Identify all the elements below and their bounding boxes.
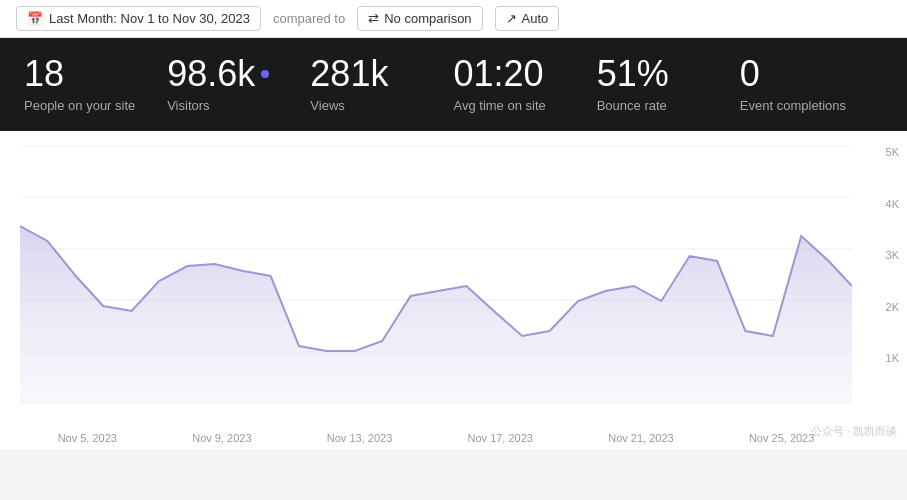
x-label-nov25: Nov 25, 2023 [749,432,814,444]
chart-svg [20,146,852,404]
comparison-icon: ⇄ [368,11,379,26]
y-axis: 5K 4K 3K 2K 1K [886,146,899,404]
stat-dot [261,70,269,78]
calendar-icon: 📅 [27,11,43,26]
stat-item-2: 281kViews [310,56,453,113]
chart-area: 5K 4K 3K 2K 1K Nov 5, 2023 Nov 9, 2023 N… [0,131,907,449]
x-label-nov5: Nov 5, 2023 [58,432,117,444]
y-label-3k: 3K [886,249,899,261]
x-axis: Nov 5, 2023 Nov 9, 2023 Nov 13, 2023 Nov… [20,432,852,444]
stat-item-0: 18People on your site [24,56,167,113]
stat-label-1: Visitors [167,98,310,113]
x-label-nov21: Nov 21, 2023 [608,432,673,444]
stat-label-0: People on your site [24,98,167,113]
stat-item-5: 0Event completions [740,56,883,113]
no-comparison-label: No comparison [384,11,471,26]
stat-value-1: 98.6k [167,56,310,92]
stat-value-3: 01:20 [454,56,597,92]
auto-chart-icon: ↗ [506,11,517,26]
stat-value-5: 0 [740,56,883,92]
top-bar: 📅 Last Month: Nov 1 to Nov 30, 2023 comp… [0,0,907,38]
stat-value-4: 51% [597,56,740,92]
auto-button[interactable]: ↗ Auto [495,6,560,31]
y-label-2k: 2K [886,301,899,313]
stat-item-3: 01:20Avg time on site [454,56,597,113]
stat-label-2: Views [310,98,453,113]
y-label-1k: 1K [886,352,899,364]
x-label-nov13: Nov 13, 2023 [327,432,392,444]
y-label-5k: 5K [886,146,899,158]
date-range-label: Last Month: Nov 1 to Nov 30, 2023 [49,11,250,26]
stats-bar: 18People on your site98.6kVisitors281kVi… [0,38,907,131]
stat-value-2: 281k [310,56,453,92]
date-range-button[interactable]: 📅 Last Month: Nov 1 to Nov 30, 2023 [16,6,261,31]
stat-label-3: Avg time on site [454,98,597,113]
stat-label-5: Event completions [740,98,883,113]
compared-to-label: compared to [273,11,345,26]
stat-value-0: 18 [24,56,167,92]
auto-label: Auto [522,11,549,26]
x-label-nov17: Nov 17, 2023 [468,432,533,444]
watermark: 公众号 · 凯凯而谈 [811,424,897,439]
stat-label-4: Bounce rate [597,98,740,113]
no-comparison-button[interactable]: ⇄ No comparison [357,6,482,31]
x-label-nov9: Nov 9, 2023 [192,432,251,444]
stat-item-1: 98.6kVisitors [167,56,310,113]
stat-item-4: 51%Bounce rate [597,56,740,113]
y-label-4k: 4K [886,198,899,210]
